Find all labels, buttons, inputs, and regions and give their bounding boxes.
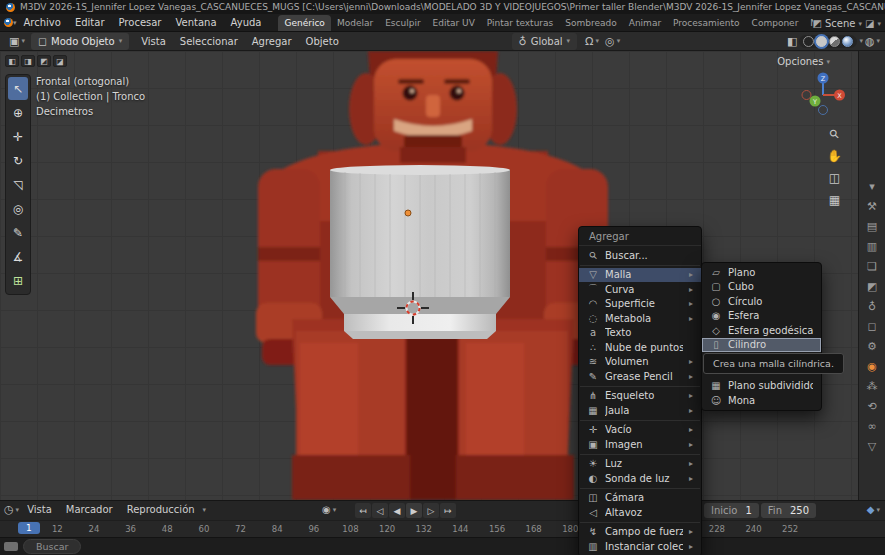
frame-start-field[interactable]: Inicio 1 [704,503,759,518]
mesh-item-monkey[interactable]: ☺ Mona [702,393,821,408]
workspace-tab-sombreado[interactable]: Sombreado [559,15,622,31]
navigation-gizmo[interactable]: Z X Y [800,69,846,115]
snap-magnet-icon[interactable]: Ω [585,35,593,48]
tool-add-cube[interactable]: ⊞ [8,269,28,292]
shading-rendered-icon[interactable] [842,36,853,47]
mesh-item-circle[interactable]: ○ Círculo [702,294,821,309]
mug-cylinder[interactable] [330,165,510,339]
menu-agregar[interactable]: Agregar [246,34,298,49]
tool-select[interactable]: ↖ [8,77,28,100]
workspace-tab-procesamiento[interactable]: Procesamiento [667,15,746,31]
mesh-item-cylinder[interactable]: ▯ Cilindro [702,338,821,353]
add-menu-item-collection[interactable]: ▥ Instanciar colección ▸ [579,539,701,554]
shading-solid-icon[interactable] [816,36,827,47]
mesh-item-cube[interactable]: ▢ Cubo [702,280,821,295]
overlays-toggle-icon[interactable]: ◍ [865,35,875,48]
tool-move[interactable]: ✛ [8,125,28,148]
editor-type-button[interactable]: ▣ ▾ [5,34,29,49]
add-menu-item-armature[interactable]: ⋔ Esqueleto ▸ [579,389,701,404]
menu-ayuda[interactable]: Ayuda [224,15,269,30]
add-menu-item-surface[interactable]: ◠ Superficie ▸ [579,297,701,312]
mesh-item-plane[interactable]: ▱ Plano [702,265,821,280]
app-menu-button[interactable]: ▾ [4,14,17,31]
tool-rotate[interactable]: ↻ [8,149,28,172]
add-menu-item-force-field[interactable]: ↯ Campo de fuerza ▸ [579,525,701,540]
properties-tab-render[interactable]: ▤ [867,221,877,233]
auto-key-icon[interactable]: ◉ [322,504,331,515]
properties-tab-tool[interactable]: ⚒ [867,201,877,213]
add-menu-item-volume[interactable]: ≋ Volumen ▸ [579,355,701,370]
workspace-tab-modelar[interactable]: Modelar [331,15,379,31]
xray-toggle-icon[interactable]: ◧ [787,35,797,48]
jump-start-button[interactable]: ↤ [355,503,371,518]
toggle-c-icon[interactable]: ◩ [37,55,51,67]
timeline-menu-marcador[interactable]: Marcador [60,503,119,516]
proportional-edit-icon[interactable]: ◎ [605,35,615,48]
add-menu-item-light-probe[interactable]: ◐ Sonda de luz ▸ [579,471,701,486]
tool-cursor[interactable]: ⊕ [8,101,28,124]
menu-ventana[interactable]: Ventana [168,15,223,30]
add-menu-item-image[interactable]: ▣ Imagen ▸ [579,437,701,452]
properties-tab-output[interactable]: ▥ [867,241,877,253]
mode-selector[interactable]: ◻ Modo Objeto ▾ [31,33,129,50]
current-frame-indicator[interactable]: 1 [18,522,40,534]
add-menu-item-curve[interactable]: ⌒ Curva ▸ [579,282,701,297]
frame-end-field[interactable]: Fin 250 [761,503,816,518]
properties-tab-material[interactable]: ◉ [867,361,877,373]
properties-tab-physics[interactable]: ⟲ [867,401,876,413]
workspace-tab-nodos-de-geometr-a[interactable]: Nodos de geometría [804,15,812,31]
add-menu-item-speaker[interactable]: ◁ Altavoz ▸ [579,505,701,520]
properties-tab-modifiers[interactable]: ⚙ [867,341,877,353]
properties-tab-object[interactable]: ◻ [867,321,876,333]
properties-tab-particles[interactable]: ⁂ [867,381,878,393]
shading-material-icon[interactable] [829,36,840,47]
tool-annotate[interactable]: ✎ [8,221,28,244]
menu-objeto[interactable]: Objeto [300,34,345,49]
hand-icon[interactable]: ✋ [827,149,842,163]
properties-tab-world[interactable]: ♁ [868,301,876,313]
toggle-d-icon[interactable]: ◪ [53,55,67,67]
jump-end-button[interactable]: ↦ [440,503,456,518]
toggle-a-icon[interactable]: ◧ [5,55,19,67]
workspace-tab-animar[interactable]: Animar [623,15,667,31]
ortho-grid-icon[interactable]: ▦ [829,193,840,207]
add-menu-item-grease-pencil[interactable]: ✎ Grease Pencil ▸ [579,369,701,384]
menu-seleccionar[interactable]: Seleccionar [174,34,244,49]
workspace-tab-gen-rico[interactable]: Genérico [278,15,330,31]
menu-editar[interactable]: Editar [68,15,112,30]
add-menu-item-lattice[interactable]: ▦ Jaula ▸ [579,403,701,418]
workspace-tab-editar-uv[interactable]: Editar UV [427,15,481,31]
status-search-field[interactable]: Buscar [23,539,81,554]
add-menu-item-search[interactable]: ⚲ Buscar... ▸ [579,248,701,263]
properties-tab-constraints[interactable]: ∞ [867,421,876,433]
workspace-tab-pintar-texturas[interactable]: Pintar texturas [481,15,559,31]
timeline-menu-vista[interactable]: Vista [21,503,58,516]
add-menu-item-text[interactable]: a Texto ▸ [579,326,701,341]
play-button[interactable]: ▶ [406,503,422,518]
toggle-b-icon[interactable]: ◨ [21,55,35,67]
tool-measure[interactable]: ∡ [8,245,28,268]
workspace-tab-componer[interactable]: Componer [746,15,805,31]
add-menu-item-pointcloud[interactable]: ∴ Nube de puntos ▸ [579,340,701,355]
menu-procesar[interactable]: Procesar [112,15,169,30]
scene-selector[interactable]: ◩ Scene ▾ ◪ ▾ [813,18,881,31]
add-menu-item-empty[interactable]: ✛ Vacío ▸ [579,423,701,438]
properties-tab-editor-menu[interactable]: ▾ [869,181,875,193]
tool-scale[interactable]: ◹ [8,173,28,196]
add-menu-item-light[interactable]: ☀ Luz ▸ [579,457,701,472]
add-menu-item-camera[interactable]: ◫ Cámara ▸ [579,491,701,506]
timeline-menu-reproduccion[interactable]: Reproducción [121,503,201,516]
zoom-icon[interactable]: ⚲ [826,126,842,142]
mesh-item-icosphere[interactable]: ◇ Esfera geodésica [702,323,821,338]
menu-vista[interactable]: Vista [135,34,172,49]
add-menu-item-metaball[interactable]: ◌ Metabola ▸ [579,311,701,326]
add-menu-item-mesh[interactable]: ▽ Malla ▸ [579,268,701,283]
mesh-item-sphere[interactable]: ◉ Esfera [702,309,821,324]
camera-view-icon[interactable]: ◫ [829,171,840,185]
play-reverse-button[interactable]: ◀ [389,503,405,518]
workspace-tab-esculpir[interactable]: Esculpir [379,15,426,31]
options-button[interactable]: Opciones ▾ [777,56,830,67]
tool-transform[interactable]: ◎ [8,197,28,220]
mesh-item-grid[interactable]: ▦ Plano subdividido [702,379,821,394]
transform-orientation-selector[interactable]: ♁ Global ▾ [512,33,577,50]
